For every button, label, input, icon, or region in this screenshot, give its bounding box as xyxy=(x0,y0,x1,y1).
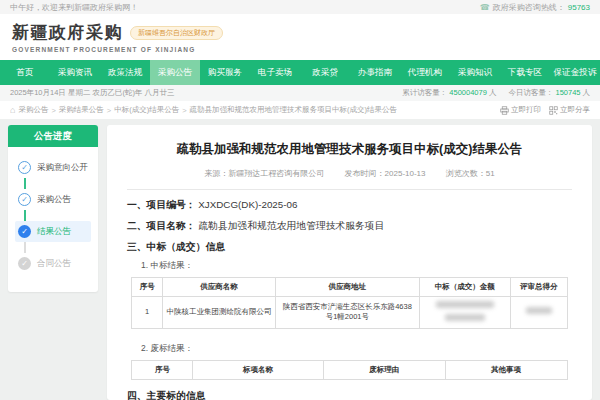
nav-item-deposit-complaint[interactable]: 保证金投诉 xyxy=(550,60,600,85)
greeting-text: 中午好，欢迎来到新疆政府采购网！ xyxy=(10,2,138,13)
col-header-no: 序号 xyxy=(132,360,193,379)
home-icon[interactable]: ⌂ xyxy=(10,105,15,115)
cell-supplier: 中陕核工业集团测绘院有限公司 xyxy=(162,296,275,328)
progress-step-procurement-announcement[interactable]: ✓ 采购公告 xyxy=(15,189,91,210)
progress-step-intent[interactable]: ✓ 采购意向公开 xyxy=(15,157,91,178)
col-header-fail-reason: 废标理由 xyxy=(323,360,445,379)
cell-score-redacted xyxy=(510,296,567,328)
hotline-number: 95763 xyxy=(568,3,590,12)
step-connector xyxy=(24,242,26,253)
section-award-info: 三、中标（成交）信息 xyxy=(127,241,572,254)
breadcrumb-row: ⌂ 采购公告 > 采购结果公告 > 中标(成交)结果公告 > 疏勒县加强和规范农… xyxy=(0,101,600,119)
table-header-row: 序号 标项名称 废标理由 其他事项 xyxy=(132,360,567,379)
publish-value: 2025-10-13 xyxy=(385,169,426,178)
total-visitors-label: 累计访客量： xyxy=(402,88,447,97)
section-label: 二、项目名称： xyxy=(127,220,196,231)
breadcrumb-item-current: 疏勒县加强和规范农用地管理技术服务项目中标(成交)结果公告 xyxy=(190,105,398,115)
progress-step-result-announcement[interactable]: ✓ 结果公告 xyxy=(15,221,91,242)
cell-address: 陕西省西安市浐灞生态区长乐东路4638号1幢2001号 xyxy=(276,296,420,328)
project-number-value: XJXDCG(DK)-2025-06 xyxy=(198,199,297,210)
breadcrumb: ⌂ 采购公告 > 采购结果公告 > 中标(成交)结果公告 > 疏勒县加强和规范农… xyxy=(10,105,397,115)
top-utility-bar: 中午好，欢迎来到新疆政府采购网！ ☎ 政府采购咨询热线： 95763 xyxy=(0,0,600,14)
nav-item-purchase-service[interactable]: 购买服务 xyxy=(200,60,250,85)
step-label: 结果公告 xyxy=(37,226,71,238)
step-connector xyxy=(24,210,26,221)
fail-result-subtitle: 2. 废标结果： xyxy=(141,343,572,355)
printer-icon xyxy=(500,106,509,115)
nav-item-agency[interactable]: 代理机构 xyxy=(400,60,450,85)
print-label: 立即打印 xyxy=(511,105,541,115)
source-value: 新疆翔达工程咨询有限公司 xyxy=(228,169,324,178)
logo-en-text: GOVERNMENT PROCUREMENT OF XINJIANG xyxy=(12,46,223,53)
nav-item-guide[interactable]: 办事指南 xyxy=(350,60,400,85)
announcement-meta: 来源：新疆翔达工程咨询有限公司 发布时间：2025-10-13 浏览次数：51 xyxy=(127,168,572,179)
award-result-subtitle: 1. 中标结果： xyxy=(141,260,572,272)
step-connector xyxy=(24,178,26,189)
check-circle-icon: ✓ xyxy=(18,193,31,206)
table-header-row: 序号 供应商名称 供应商地址 中标（成交）金额 评审总得分 xyxy=(132,277,567,296)
breadcrumb-item-announcements[interactable]: 采购公告 xyxy=(18,105,48,115)
authority-badge: 新疆维吾尔自治区财政厅 xyxy=(130,26,223,40)
phone-icon: ☎ xyxy=(480,3,490,12)
section-project-number: 一、项目编号： XJXDCG(DK)-2025-06 xyxy=(127,199,572,212)
page: 中午好，欢迎来到新疆政府采购网！ ☎ 政府采购咨询热线： 95763 新疆政府采… xyxy=(0,0,600,400)
today-visitors-unit: 人 xyxy=(583,88,591,97)
main-nav: 首页 采购资讯 政策法规 采购公告 购买服务 电子卖场 政采贷 办事指南 代理机… xyxy=(0,60,600,85)
section-main-subject-info: 四、主要标的信息 xyxy=(127,390,572,400)
nav-item-home[interactable]: 首页 xyxy=(0,60,50,85)
nav-item-announcements[interactable]: 采购公告 xyxy=(150,60,200,85)
progress-panel-title: 公告进度 xyxy=(8,125,98,147)
breadcrumb-separator: > xyxy=(182,106,186,115)
print-button[interactable]: 立即打印 xyxy=(500,105,541,115)
cell-no: 1 xyxy=(132,296,162,328)
divider xyxy=(127,189,572,190)
nav-item-policy[interactable]: 政策法规 xyxy=(100,60,150,85)
col-header-no: 序号 xyxy=(132,277,162,296)
announcement-card: 疏勒县加强和规范农用地管理技术服务项目中标(成交)结果公告 来源：新疆翔达工程咨… xyxy=(107,125,592,400)
views-label: 浏览次数： xyxy=(446,169,486,178)
logo-cn-text: 新疆政府采购 xyxy=(12,21,123,44)
publish-label: 发布时间： xyxy=(345,169,385,178)
breadcrumb-item-result-announcements[interactable]: 采购结果公告 xyxy=(59,105,104,115)
col-header-other: 其他事项 xyxy=(445,360,567,379)
nav-item-downloads[interactable]: 下载专区 xyxy=(500,60,550,85)
today-visitors-value: 150745 xyxy=(555,88,580,97)
info-row: 2025年10月14日 星期二 农历乙巳(蛇)年 八月廿三 累计访客量：4500… xyxy=(0,85,600,101)
hotline-label: 政府采购咨询热线： xyxy=(493,2,565,13)
qr-share-icon xyxy=(549,106,558,115)
col-header-score: 评审总得分 xyxy=(510,277,567,296)
section-project-name: 二、项目名称： 疏勒县加强和规范农用地管理技术服务项目 xyxy=(127,220,572,233)
award-result-table: 序号 供应商名称 供应商地址 中标（成交）金额 评审总得分 1 中陕核工业集团测… xyxy=(131,277,567,329)
check-circle-icon: ✓ xyxy=(18,225,31,238)
site-logo[interactable]: 新疆政府采购 新疆维吾尔自治区财政厅 GOVERNMENT PROCUREMEN… xyxy=(12,21,223,53)
section-label: 一、项目编号： xyxy=(127,199,196,210)
breadcrumb-item-award-announcements[interactable]: 中标(成交)结果公告 xyxy=(114,105,179,115)
step-label: 采购意向公开 xyxy=(37,162,88,174)
total-visitors-unit: 人 xyxy=(489,88,497,97)
col-header-amount: 中标（成交）金额 xyxy=(419,277,510,296)
col-header-address: 供应商地址 xyxy=(276,277,420,296)
step-label: 采购公告 xyxy=(37,194,71,206)
col-header-supplier: 供应商名称 xyxy=(162,277,275,296)
breadcrumb-separator: > xyxy=(51,106,55,115)
breadcrumb-separator: > xyxy=(107,106,111,115)
check-circle-icon: ✓ xyxy=(18,161,31,174)
nav-item-e-mall[interactable]: 电子卖场 xyxy=(250,60,300,85)
check-circle-icon: ✓ xyxy=(18,257,31,270)
announcement-progress-panel: 公告进度 ✓ 采购意向公开 ✓ 采购公告 ✓ 结果公告 ✓ xyxy=(8,125,98,292)
source-label: 来源： xyxy=(204,169,228,178)
nav-item-knowledge[interactable]: 采购知识 xyxy=(450,60,500,85)
date-lunar-text: 2025年10月14日 星期二 农历乙巳(蛇)年 八月廿三 xyxy=(10,88,175,98)
nav-item-loan[interactable]: 政采贷 xyxy=(300,60,350,85)
step-label: 合同公告 xyxy=(37,258,71,270)
project-name-value: 疏勒县加强和规范农用地管理技术服务项目 xyxy=(198,220,384,231)
col-header-lot-name: 标项名称 xyxy=(193,360,324,379)
main-area: 公告进度 ✓ 采购意向公开 ✓ 采购公告 ✓ 结果公告 ✓ xyxy=(0,119,600,400)
progress-step-contract-announcement[interactable]: ✓ 合同公告 xyxy=(15,253,91,274)
today-visitors-label: 今日访客量： xyxy=(508,88,553,97)
site-header: 新疆政府采购 新疆维吾尔自治区财政厅 GOVERNMENT PROCUREMEN… xyxy=(0,14,600,60)
share-label: 立即分享 xyxy=(560,105,590,115)
nav-item-news[interactable]: 采购资讯 xyxy=(50,60,100,85)
cell-amount-redacted xyxy=(419,296,510,328)
share-button[interactable]: 立即分享 xyxy=(549,105,590,115)
